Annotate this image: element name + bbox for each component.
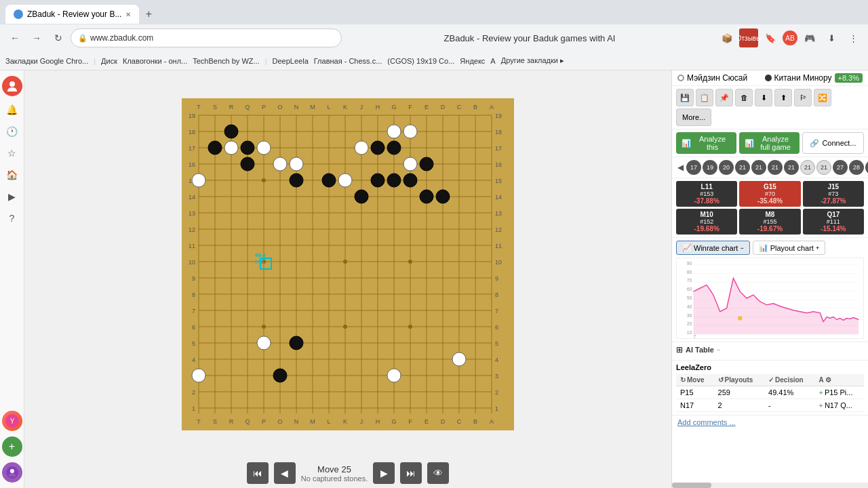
ai-table-collapse-btn[interactable]: − bbox=[717, 346, 721, 354]
right-panel: Мэйдзин Сюсай Китани Минору +8.3% 💾 📋 📌 … bbox=[671, 70, 868, 488]
yaza-icon[interactable]: Y bbox=[2, 411, 22, 431]
bookmark-5[interactable]: Главная - Chess.c... bbox=[314, 57, 382, 65]
add-icon[interactable]: + bbox=[2, 436, 22, 457]
tool-delete-btn[interactable]: 🗑 bbox=[735, 89, 753, 106]
tool-upload-btn[interactable]: ⬆ bbox=[774, 89, 792, 106]
svg-text:B: B bbox=[473, 418, 477, 425]
sidebar-bell-icon[interactable]: 🔔 bbox=[4, 102, 20, 118]
blunder-j15[interactable]: J15 #73 -27.87% bbox=[803, 181, 864, 207]
tool-copy-btn[interactable]: 📋 bbox=[696, 89, 713, 106]
analyze-this-button[interactable]: 📊 Analyze this bbox=[676, 132, 736, 154]
move-chip-21c[interactable]: 21 bbox=[768, 160, 783, 175]
sidebar-home-icon[interactable]: 🏠 bbox=[4, 167, 20, 183]
playout-close-btn[interactable]: + bbox=[816, 245, 819, 251]
winrate-chart-tab[interactable]: 📈 Winrate chart − bbox=[676, 241, 750, 255]
games-btn[interactable]: 🎮 bbox=[800, 28, 819, 47]
move-chip-21a[interactable]: 21 bbox=[735, 160, 750, 175]
move-chip-28[interactable]: 28 bbox=[849, 160, 864, 175]
move-chip-20[interactable]: 20 bbox=[719, 160, 734, 175]
sidebar-history-icon[interactable]: 🕐 bbox=[4, 123, 20, 140]
reviews-btn[interactable]: Отзывы bbox=[739, 28, 758, 47]
tool-flag-btn[interactable]: 🏳 bbox=[794, 89, 812, 106]
next-move-button[interactable]: ▶ bbox=[373, 462, 395, 484]
svg-text:80: 80 bbox=[687, 270, 692, 274]
bookmark-7[interactable]: Яндекс bbox=[460, 57, 485, 65]
bookmark-6[interactable]: (CGOS) 19x19 Co... bbox=[387, 57, 454, 65]
bookmark-8[interactable]: А bbox=[490, 57, 495, 65]
move-chip-21d[interactable]: 21 bbox=[784, 160, 799, 175]
prev-move-button[interactable]: ◀ bbox=[274, 462, 296, 484]
svg-text:19: 19 bbox=[189, 113, 195, 119]
move-chip-19[interactable]: 19 bbox=[703, 160, 717, 175]
svg-text:J: J bbox=[360, 104, 363, 110]
add-comments-link[interactable]: Add comments ... bbox=[672, 415, 868, 429]
bookmark-btn[interactable]: 🔖 bbox=[761, 28, 780, 47]
last-move-button[interactable]: ⏭ bbox=[400, 462, 422, 484]
bookmark-0[interactable]: Закладки Google Chro... bbox=[5, 57, 88, 65]
back-button[interactable]: ← bbox=[5, 28, 24, 47]
move-chip-21e[interactable]: 21 bbox=[800, 160, 815, 175]
charts-tabs: 📈 Winrate chart − 📊 Playout chart + bbox=[676, 241, 864, 255]
extensions-btn[interactable]: 📦 bbox=[717, 28, 736, 47]
sidebar-star-icon[interactable]: ☆ bbox=[4, 145, 20, 161]
scroll-bar[interactable] bbox=[672, 483, 868, 488]
move-chip-29[interactable]: 29 bbox=[865, 160, 868, 175]
svg-text:12: 12 bbox=[495, 226, 502, 233]
user-btn[interactable]: АВ bbox=[783, 30, 797, 45]
sidebar-play-icon[interactable]: ▶ bbox=[4, 188, 20, 205]
tool-download-btn[interactable]: ⬇ bbox=[755, 89, 772, 106]
connect-button[interactable]: 🔗 Connect... bbox=[802, 132, 864, 154]
bookmark-2[interactable]: Клавогонки - онл... bbox=[123, 57, 187, 65]
table-row[interactable]: P15 259 49.41% + P15 Pi... bbox=[676, 386, 864, 399]
move-chip-27[interactable]: 27 bbox=[833, 160, 848, 175]
blunder-l11[interactable]: L11 #153 -37.88% bbox=[676, 181, 737, 207]
blunder-q17[interactable]: Q17 #111 -15.14% bbox=[803, 209, 864, 235]
go-board[interactable]: TSR QPO NML KJH GFE DCB A TSR QPO NML KJ… bbox=[182, 98, 514, 430]
tool-paste-btn[interactable]: 📌 bbox=[715, 89, 733, 106]
tool-branch-btn[interactable]: 🔀 bbox=[814, 89, 831, 106]
analyze-full-button[interactable]: 📊 Analyze full game bbox=[739, 132, 800, 154]
tool-more-btn[interactable]: More... bbox=[676, 108, 711, 126]
eye-button[interactable]: 👁 bbox=[427, 462, 449, 484]
winrate-close-btn[interactable]: − bbox=[740, 245, 743, 251]
svg-text:10: 10 bbox=[495, 259, 502, 266]
new-tab-button[interactable]: + bbox=[139, 5, 158, 24]
refresh-button[interactable]: ↻ bbox=[49, 28, 68, 47]
user-circle-icon[interactable] bbox=[2, 462, 22, 483]
first-move-button[interactable]: ⏮ bbox=[247, 462, 269, 484]
scroll-left-btn[interactable]: ◀ bbox=[676, 163, 685, 172]
menu-btn[interactable]: ⋮ bbox=[844, 28, 863, 47]
active-tab[interactable]: ZBaduk - Review your B... ✕ bbox=[5, 5, 139, 24]
svg-text:20: 20 bbox=[687, 321, 692, 326]
bookmark-4[interactable]: DeepLeela bbox=[273, 57, 309, 65]
moves-scroll[interactable]: ◀ 17 19 20 21 21 21 21 21 21 27 28 29 ✦ … bbox=[672, 157, 868, 178]
move-chip-21b[interactable]: 21 bbox=[751, 160, 766, 175]
move-chip-21f[interactable]: 21 bbox=[816, 160, 831, 175]
tab-close-btn[interactable]: ✕ bbox=[125, 11, 131, 18]
blunder-g15[interactable]: G15 #70 -35.48% bbox=[739, 181, 800, 207]
add-variation-btn[interactable]: + bbox=[818, 388, 823, 396]
profile-avatar[interactable] bbox=[2, 76, 22, 96]
playouts-icon: ↺ bbox=[718, 376, 724, 384]
download-btn[interactable]: ⬇ bbox=[822, 28, 841, 47]
svg-point-43 bbox=[262, 178, 266, 182]
svg-text:O: O bbox=[277, 418, 282, 425]
bookmark-3[interactable]: TechBench by WZ... bbox=[193, 57, 259, 65]
forward-button[interactable]: → bbox=[27, 28, 46, 47]
blunder-m8[interactable]: M8 #155 -19.67% bbox=[739, 209, 800, 235]
add-variation-btn[interactable]: + bbox=[818, 401, 823, 409]
svg-text:Q: Q bbox=[245, 104, 250, 110]
table-row[interactable]: N17 2 - + N17 Q... bbox=[676, 399, 864, 412]
bookmark-1[interactable]: Диск bbox=[101, 57, 117, 65]
leelazero-title: LeelaZero bbox=[676, 363, 864, 371]
tool-save-btn[interactable]: 💾 bbox=[676, 89, 694, 106]
bookmark-more[interactable]: Другие закладки ▸ bbox=[501, 56, 564, 65]
address-bar[interactable]: 🔒 www.zbaduk.com bbox=[71, 28, 342, 47]
ai-table-header: ⊞ AI Table − bbox=[676, 345, 864, 354]
blunder-m10[interactable]: M10 #152 -19.68% bbox=[676, 209, 737, 235]
svg-point-137 bbox=[403, 174, 417, 187]
playout-chart-tab[interactable]: 📊 Playout chart + bbox=[753, 241, 825, 255]
move-chip-17[interactable]: 17 bbox=[686, 160, 701, 175]
sidebar-question-icon[interactable]: ? bbox=[4, 210, 20, 226]
svg-text:12: 12 bbox=[189, 226, 195, 233]
